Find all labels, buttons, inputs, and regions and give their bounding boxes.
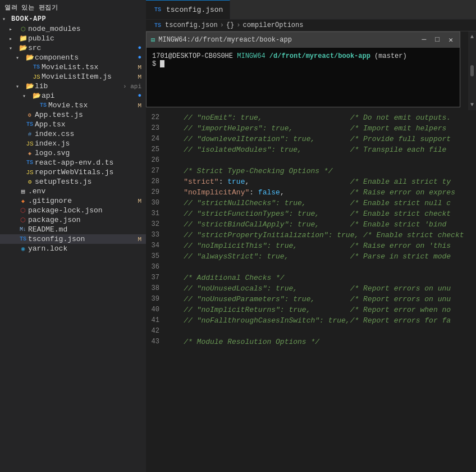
main-editor: TS tsconfig.json TS tsconfig.json › {} ›… bbox=[146, 0, 476, 472]
sidebar-item-package-lock[interactable]: ⬡ package-lock.json bbox=[0, 206, 146, 215]
code-line-23: 23 // "importHelpers": true, /* Import e… bbox=[146, 123, 476, 134]
scroll-up-arrow[interactable]: ▲ bbox=[470, 34, 474, 40]
movie-tsx-label: Movie.tsx bbox=[48, 101, 135, 110]
code-line-38: 38 // "noUnusedLocals": true, /* Report … bbox=[146, 283, 476, 294]
sidebar-item-package-json[interactable]: ⬡ package.json bbox=[0, 215, 146, 225]
api-label: api bbox=[42, 92, 135, 100]
movielistitem-badge: M bbox=[138, 74, 141, 80]
code-line-30: 30 // "strictNullChecks": true, /* Enabl… bbox=[146, 198, 476, 208]
breadcrumb-part-1: {} bbox=[226, 21, 234, 29]
terminal-path-text: /d/front/myreact/book-app bbox=[269, 52, 370, 60]
git-icon: ◆ bbox=[18, 198, 28, 205]
chevron-down-icon bbox=[16, 55, 25, 61]
tsconfig-label: tsconfig.json bbox=[28, 235, 135, 243]
terminal-close-button[interactable]: ✕ bbox=[446, 35, 455, 44]
folder-icon: 📂 bbox=[25, 53, 35, 62]
sidebar-item-index-js[interactable]: JS index.js bbox=[0, 139, 146, 148]
chevron-down-icon bbox=[2, 16, 11, 22]
sidebar-item-public[interactable]: 📁 public bbox=[0, 34, 146, 43]
sidebar-item-env[interactable]: ▤ .env bbox=[0, 187, 146, 196]
movielist-tsx-label: MovieList.tsx bbox=[42, 63, 135, 71]
code-line-24: 24 // "downlevelIteration": true, /* Pro… bbox=[146, 134, 476, 144]
code-line-37: 37 /* Additional Checks */ bbox=[146, 273, 476, 283]
chevron-down-icon bbox=[22, 93, 31, 99]
components-badge: ● bbox=[138, 55, 141, 61]
sidebar-item-components[interactable]: 📂 components ● bbox=[0, 53, 146, 62]
js-icon: JS bbox=[25, 169, 35, 176]
breadcrumb: TS tsconfig.json › {} › compilerOptions bbox=[146, 20, 476, 31]
folder-icon: 📁 bbox=[18, 34, 28, 43]
terminal-title: ⊞ MINGW64:/d/front/myreact/book-app bbox=[151, 36, 292, 44]
components-label: components bbox=[35, 53, 135, 62]
yarn-lock-label: yarn.lock bbox=[28, 244, 141, 253]
sidebar-item-gitignore[interactable]: ◆ .gitignore M bbox=[0, 196, 146, 206]
code-line-41: 41 // "noFallthroughCasesInSwitch": true… bbox=[146, 315, 476, 326]
src-badge: ● bbox=[138, 45, 141, 51]
sidebar-item-api[interactable]: 📂 api ● bbox=[0, 91, 146, 101]
sidebar-item-react-env[interactable]: TS react-app-env.d.ts bbox=[0, 158, 146, 167]
sidebar-item-index-css[interactable]: # index.css bbox=[0, 129, 146, 139]
sidebar-item-node-modules[interactable]: ⬡ node_modules bbox=[0, 24, 146, 34]
sidebar-item-lib[interactable]: 📂 lib › api bbox=[0, 81, 146, 91]
terminal-minimize-button[interactable]: ─ bbox=[420, 35, 429, 44]
terminal-body: 1701@DESKTOP-CB0S0HE MINGW64 /d/front/my… bbox=[147, 48, 460, 104]
code-line-42: 42 bbox=[146, 326, 476, 337]
chevron-right-icon bbox=[9, 35, 18, 42]
test-icon: ⚙ bbox=[25, 112, 35, 119]
sidebar-item-movielistitem-js[interactable]: JS MovieListItem.js M bbox=[0, 72, 146, 81]
terminal-prompt-app: MINGW64 bbox=[237, 52, 265, 60]
breadcrumb-sep-1: › bbox=[220, 21, 224, 29]
sidebar-item-src[interactable]: 📂 src ● bbox=[0, 43, 146, 53]
code-line-26: 26 bbox=[146, 155, 476, 166]
breadcrumb-file: tsconfig.json bbox=[165, 21, 218, 29]
folder-icon: 📂 bbox=[25, 82, 35, 90]
movielistitem-label: MovieListItem.js bbox=[42, 72, 135, 81]
terminal-wrapper: { "__compilerOptions__"(truncated) ⊞ MIN… bbox=[146, 31, 476, 110]
sidebar: 열려 있는 편집기 BOOK-APP ⬡ node_modules 📁 publ… bbox=[0, 0, 146, 472]
tsx-icon: TS bbox=[25, 121, 35, 128]
code-line-36: 36 bbox=[146, 262, 476, 273]
terminal-scrollbar[interactable]: ▲ ▼ bbox=[468, 31, 476, 110]
api-badge: ● bbox=[138, 93, 141, 99]
pkg-icon: ⬡ bbox=[18, 207, 28, 214]
index-js-label: index.js bbox=[35, 139, 141, 148]
sidebar-item-setup-tests[interactable]: ⚙ setupTests.js bbox=[0, 177, 146, 187]
chevron-down-icon bbox=[9, 45, 18, 52]
book-app-label: BOOK-APP bbox=[11, 15, 46, 23]
setuptests-label: setupTests.js bbox=[35, 178, 141, 186]
sidebar-item-movie-tsx[interactable]: TS Movie.tsx M bbox=[0, 101, 146, 110]
sidebar-item-logo-svg[interactable]: ◈ logo.svg bbox=[0, 148, 146, 158]
book-app-root[interactable]: BOOK-APP bbox=[0, 14, 146, 24]
sidebar-item-report-web-vitals[interactable]: JS reportWebVitals.js bbox=[0, 167, 146, 177]
package-lock-label: package-lock.json bbox=[28, 206, 141, 215]
ts-icon: TS bbox=[25, 160, 35, 166]
sidebar-item-yarn-lock[interactable]: ◉ yarn.lock bbox=[0, 244, 146, 253]
terminal-popup: ⊞ MINGW64:/d/front/myreact/book-app ─ □ … bbox=[146, 31, 460, 107]
logo-svg-label: logo.svg bbox=[35, 149, 141, 157]
code-line-34: 34 // "noImplicitThis": true, /* Raise e… bbox=[146, 240, 476, 251]
tsx-icon: TS bbox=[38, 102, 48, 108]
gitignore-label: .gitignore bbox=[28, 197, 135, 205]
tab-tsconfig[interactable]: TS tsconfig.json bbox=[146, 0, 230, 19]
sidebar-item-tsconfig[interactable]: TS tsconfig.json M bbox=[0, 234, 146, 244]
code-line-25: 25 // "isolatedModules": true, /* Transp… bbox=[146, 144, 476, 155]
code-line-35: 35 // "alwaysStrict": true, /* Parse in … bbox=[146, 251, 476, 262]
tab-label: tsconfig.json bbox=[166, 6, 223, 14]
lib-label: lib bbox=[35, 82, 121, 90]
terminal-title-text: MINGW64:/d/front/myreact/book-app bbox=[158, 36, 292, 44]
env-label: .env bbox=[28, 187, 141, 196]
code-line-27: 27 /* Strict Type-Checking Options */ bbox=[146, 166, 476, 176]
terminal-dollar: $ bbox=[152, 60, 156, 68]
sidebar-item-readme[interactable]: M↓ README.md bbox=[0, 225, 146, 234]
scroll-down-arrow[interactable]: ▼ bbox=[470, 102, 474, 108]
sidebar-item-app-tsx[interactable]: TS App.tsx bbox=[0, 120, 146, 129]
ts-icon: TS bbox=[153, 7, 163, 13]
app-tsx-label: App.tsx bbox=[35, 120, 141, 129]
sidebar-item-movielist-tsx[interactable]: TS MovieList.tsx M bbox=[0, 62, 146, 72]
terminal-maximize-button[interactable]: □ bbox=[433, 35, 442, 44]
code-line-31: 31 // "strictFunctionTypes": true, /* En… bbox=[146, 208, 476, 219]
sidebar-item-app-test[interactable]: ⚙ App.test.js bbox=[0, 110, 146, 120]
js-icon: ⚙ bbox=[25, 178, 35, 185]
terminal-branch: (master) bbox=[374, 52, 407, 60]
code-line-33: 33 // "strictPropertyInitialization": tr… bbox=[146, 230, 476, 240]
